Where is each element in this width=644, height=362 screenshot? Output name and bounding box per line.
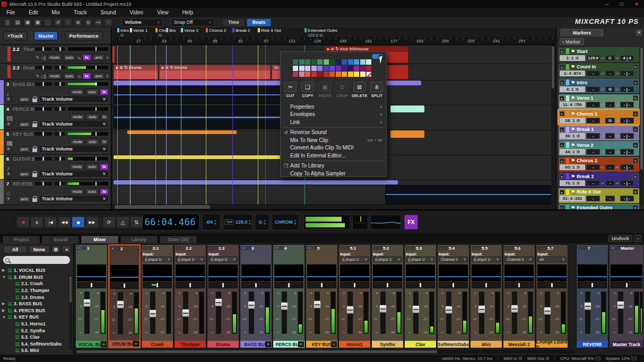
marker-position[interactable]: 91: 4 :332: [560, 196, 585, 201]
marker-entry-break-2[interactable]: ▸⚑Break 2✕76: 1 :0-▴▾-▴▾- | -: [559, 172, 639, 187]
marker-expand-button[interactable]: ▸: [560, 96, 564, 101]
checkbox-icon[interactable]: [15, 329, 20, 333]
marker-tempo[interactable]: -: [586, 118, 600, 123]
spinner-icon[interactable]: ▴▾: [601, 57, 604, 59]
track-header-percs-bus[interactable]: 4PERCS BUS▤mutesolofx+armTrack Volume˅: [0, 105, 111, 130]
checkbox-icon[interactable]: [8, 275, 12, 279]
timeline-marker-flag[interactable]: Verse 1: [130, 28, 147, 33]
timeline-marker-flag[interactable]: Break 2: [232, 28, 250, 33]
lock-icon[interactable]: [32, 173, 37, 177]
marker-delete-icon[interactable]: ✕: [633, 111, 638, 117]
mixer-strip-5-7[interactable]: 5.7Input:All˅0612∞-9-18-27-36Lounge Liza…: [536, 244, 568, 348]
strip-expand-button[interactable]: +: [101, 341, 107, 347]
track-volume-slider[interactable]: [34, 107, 53, 111]
checkbox-icon[interactable]: [15, 342, 20, 346]
marker-key[interactable]: -: [605, 196, 615, 201]
clip[interactable]: [127, 130, 237, 134]
color-swatch[interactable]: [317, 59, 323, 65]
strip-solo-icon[interactable]: [411, 246, 415, 250]
mute-button[interactable]: mute: [70, 138, 85, 145]
strip-name-label[interactable]: Thumper: [175, 341, 206, 348]
markers-tab[interactable]: Markers: [561, 29, 603, 37]
strip-mute-icon[interactable]: [111, 247, 115, 250]
strip-mute-icon[interactable]: [209, 246, 213, 250]
marker-tempo[interactable]: -: [586, 164, 600, 170]
clip[interactable]: [112, 46, 115, 63]
color-swatch[interactable]: [348, 59, 353, 65]
strip-pan-slider[interactable]: [77, 282, 106, 288]
strip-solo-icon[interactable]: [82, 246, 86, 250]
marker-entry-break-1[interactable]: ▸⚑Break 1✕36: 1 :0-▴▾-▴▾- | -: [559, 126, 639, 140]
fx-button[interactable]: fx: [82, 73, 91, 80]
menu-sound[interactable]: Sound: [101, 10, 116, 15]
clip[interactable]: [390, 105, 424, 112]
track-volume-slider[interactable]: [34, 47, 53, 51]
zoom-in-icon[interactable]: ⊕: [74, 19, 82, 27]
color-swatch[interactable]: [342, 72, 347, 77]
marker-key[interactable]: C: [605, 55, 615, 61]
marker-expand-button[interactable]: ▸: [560, 49, 564, 54]
menu-file[interactable]: File: [6, 10, 15, 15]
automation-icon[interactable]: ∿: [77, 55, 81, 60]
marker-time-sig[interactable]: - | -: [620, 149, 634, 155]
color-swatch[interactable]: [305, 66, 310, 71]
track-pan-slider[interactable]: [54, 65, 66, 70]
strip-eq-display[interactable]: [241, 264, 271, 281]
render-icon[interactable]: ▢: [43, 19, 52, 27]
track-header-bass-bus[interactable]: 3BASS BUS♩mutesolofx+armTrack Volume˅: [0, 80, 111, 105]
marker-position[interactable]: 76: 1 :0: [560, 180, 585, 186]
fader-track[interactable]: [380, 292, 386, 334]
strip-mute-icon[interactable]: [472, 246, 476, 250]
timeline-marker-flag[interactable]: Extended Outro122.0 G: [304, 28, 337, 33]
timeline-vertical-scrollbar[interactable]: [551, 45, 555, 205]
split-button[interactable]: ⋔SPLIT: [368, 82, 386, 98]
fader-track[interactable]: [446, 292, 451, 334]
undo-icon[interactable]: ↺: [54, 19, 62, 27]
timeline-marker-flag[interactable]: Chorus 2: [206, 28, 226, 33]
menu-edit[interactable]: Edit: [29, 10, 38, 15]
strip-solo-icon[interactable]: [543, 246, 546, 250]
add-subtrack-button[interactable]: +: [5, 196, 12, 202]
settings-icon[interactable]: ⚙: [104, 19, 112, 27]
clip[interactable]: [390, 130, 424, 138]
menu-item-link[interactable]: Link›: [281, 118, 386, 126]
arm-button[interactable]: arm: [18, 171, 31, 178]
track-header-guitar-bus[interactable]: 6GUITAR BUS♪mutesolofx+armTrack Volume˅: [0, 155, 111, 180]
strip-solo-icon[interactable]: [247, 246, 250, 250]
tree-arrow-icon[interactable]: ▼: [2, 315, 6, 319]
strip-name-label[interactable]: Mini: [471, 341, 502, 348]
input-dropdown[interactable]: (L)Input 1/˅: [406, 257, 435, 262]
strip-pan-slider[interactable]: [537, 282, 567, 288]
mixer-strip-2[interactable]: 20612∞-9-18-27-36DRUM BUS−: [108, 244, 141, 348]
scale-display[interactable]: CHROM▴▾: [272, 214, 299, 231]
strip-pan-slider[interactable]: [373, 282, 402, 288]
fader-handle[interactable]: [149, 310, 156, 317]
color-swatch[interactable]: [360, 59, 365, 65]
checkbox-icon[interactable]: [15, 281, 20, 286]
strip-mute-icon[interactable]: [578, 246, 582, 250]
midi-icon[interactable]: midi: [94, 19, 102, 27]
marker-color-swatch[interactable]: [566, 64, 569, 70]
lock-icon[interactable]: [32, 198, 37, 202]
strip-eq-display[interactable]: [143, 264, 172, 281]
strip-eq-display[interactable]: [340, 264, 369, 281]
strip-eq-display[interactable]: [274, 264, 303, 281]
track-volume-dropdown[interactable]: Track Volume˅: [39, 95, 109, 103]
time-mode-button[interactable]: Time: [222, 19, 245, 27]
color-swatch[interactable]: [360, 72, 365, 77]
solo-button[interactable]: solo: [85, 163, 99, 170]
marker-time-sig[interactable]: - | -: [620, 86, 634, 92]
timeline-marker-flag[interactable]: Verse 2: [181, 28, 198, 33]
color-swatch[interactable]: [329, 59, 335, 65]
tree-item-23drums[interactable]: 2.3. Drums: [2, 294, 73, 301]
spinner-icon[interactable]: ▴▾: [601, 197, 604, 200]
menu-item-reverse-sound[interactable]: ↺Reverse Sound: [281, 129, 386, 137]
marker-key[interactable]: -: [605, 102, 615, 108]
mixer-strip-5-6[interactable]: 5.6Input:Channel 3˅0612∞-9-18-27-36Messi…: [503, 244, 535, 348]
checkbox-icon[interactable]: [15, 348, 20, 352]
tree-item-21crash[interactable]: 2.1. Crash: [2, 280, 73, 287]
track-header-key-bus[interactable]: 5KEY BUS▦mutesolofx+armTrack Volume˅: [0, 130, 111, 155]
key-display[interactable]: G▴▾: [255, 214, 269, 231]
undock-button[interactable]: Undock: [608, 235, 632, 242]
marker-entry-count-in[interactable]: ▸⚑Count In✕1: 4 :874-▴▾-▴▾- | -: [559, 63, 639, 78]
